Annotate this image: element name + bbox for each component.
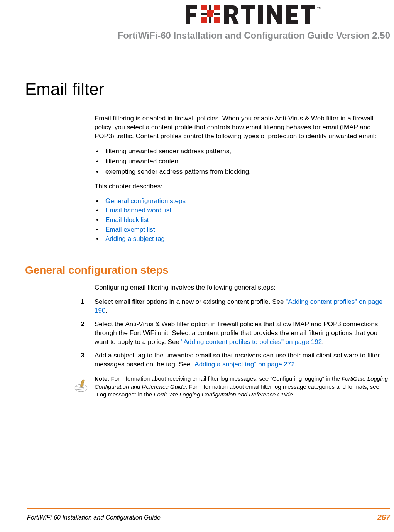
link-exempt-list[interactable]: Email exempt list	[105, 226, 155, 233]
svg-rect-10	[207, 13, 213, 17]
link-subject-tag[interactable]: Adding a subject tag	[105, 235, 165, 242]
logo-area: TM	[27, 4, 390, 27]
list-item: Email exempt list	[95, 225, 390, 235]
step-number: 2	[81, 320, 84, 329]
step-item: 1 Select email filter options in a new o…	[95, 298, 390, 315]
link-block-list[interactable]: Email block list	[105, 216, 149, 224]
note-t1: For information about receiving email fi…	[109, 375, 342, 382]
list-item: filtering unwanted content,	[95, 156, 390, 166]
step-item: 2 Select the Anti-Virus & Web filter opt…	[95, 320, 390, 347]
svg-text:TM: TM	[317, 7, 321, 10]
fortinet-logo: TM	[186, 4, 390, 27]
note-icon	[71, 375, 91, 398]
link-general-config[interactable]: General configuration steps	[105, 197, 186, 205]
list-item: filtering unwanted sender address patter…	[95, 146, 390, 156]
section-intro: Configuring email filtering involves the…	[95, 283, 390, 292]
step-text-after: .	[295, 361, 297, 368]
svg-rect-8	[201, 17, 207, 23]
step-item: 3 Add a subject tag to the unwanted emai…	[95, 351, 390, 369]
list-item: exempting sender address patterns from b…	[95, 167, 390, 177]
note-text: Note: For information about receiving em…	[95, 375, 390, 398]
steps-list: 1 Select email filter options in a new o…	[95, 298, 390, 369]
svg-line-16	[76, 389, 84, 390]
list-item: Email block list	[95, 215, 390, 225]
step-text-after: .	[322, 338, 324, 346]
chapter-links: General configuration steps Email banned…	[95, 197, 390, 244]
svg-rect-5	[201, 5, 207, 10]
note-t3: .	[293, 391, 294, 398]
footer-title: FortiWiFi-60 Installation and Configurat…	[27, 514, 161, 521]
note-block: Note: For information about receiving em…	[95, 375, 390, 398]
step-text: Select email filter options in a new or …	[95, 298, 286, 305]
intro-paragraph: Email filtering is enabled in firewall p…	[95, 114, 390, 141]
svg-rect-7	[207, 10, 214, 13]
step-text-after: .	[105, 307, 107, 314]
intro-bullets: filtering unwanted sender address patter…	[95, 146, 390, 177]
link-banned-word[interactable]: Email banned word list	[105, 207, 171, 214]
chapter-title: Email filter	[25, 80, 390, 99]
note-label: Note:	[95, 375, 109, 382]
section-title: General configuration steps	[25, 264, 390, 276]
svg-line-15	[76, 387, 84, 388]
footer-page-number: 267	[377, 513, 390, 522]
step-number: 1	[81, 298, 84, 307]
list-item: Adding a subject tag	[95, 234, 390, 244]
link-adding-subject-tag[interactable]: "Adding a subject tag" on page 272	[192, 361, 294, 368]
link-adding-profiles-policies[interactable]: "Adding content profiles to policies" on…	[181, 338, 322, 346]
note-i2: FortiGate Logging Configuration and Refe…	[154, 391, 293, 398]
svg-rect-9	[214, 17, 220, 23]
intro-paragraph-2: This chapter describes:	[95, 182, 390, 191]
svg-rect-11	[258, 5, 263, 24]
step-number: 3	[81, 351, 84, 360]
list-item: Email banned word list	[95, 206, 390, 215]
page-footer: FortiWiFi-60 Installation and Configurat…	[27, 508, 390, 522]
list-item: General configuration steps	[95, 197, 390, 206]
svg-rect-6	[214, 5, 220, 10]
document-title: FortiWiFi-60 Installation and Configurat…	[27, 30, 390, 41]
